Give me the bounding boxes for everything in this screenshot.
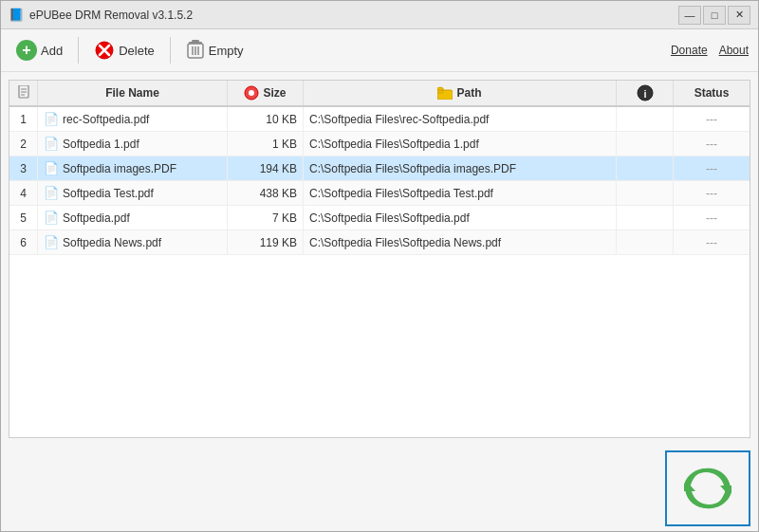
col-header-path: Path	[304, 81, 617, 105]
bottom-bar	[1, 446, 758, 531]
title-bar: 📘 ePUBee DRM Removal v3.1.5.2 — □ ✕	[1, 1, 758, 29]
close-button[interactable]: ✕	[728, 6, 750, 25]
donate-link[interactable]: Donate	[671, 44, 708, 57]
main-window: 📘 ePUBee DRM Removal v3.1.5.2 — □ ✕ + Ad…	[0, 0, 759, 532]
cell-info	[617, 181, 674, 205]
cell-filename: 📄Softpedia images.PDF	[38, 156, 228, 180]
app-icon: 📘	[9, 8, 24, 23]
content-area: File Name Size Path i Status 1 📄rec-Soft…	[1, 72, 758, 446]
minimize-button[interactable]: —	[678, 6, 701, 25]
cell-num: 3	[9, 156, 38, 180]
cell-info	[617, 156, 674, 180]
cell-size: 10 KB	[228, 107, 304, 131]
cell-path: C:\Softpedia Files\Softpedia Test.pdf	[304, 181, 617, 205]
cell-status: ---	[674, 206, 750, 229]
empty-icon	[186, 40, 205, 61]
toolbar-divider-2	[170, 37, 171, 64]
cell-info	[617, 230, 674, 254]
table-body: 1 📄rec-Softpedia.pdf 10 KB C:\Softpedia …	[9, 107, 750, 437]
cell-status: ---	[674, 132, 750, 156]
add-icon: +	[16, 40, 37, 61]
cell-status: ---	[674, 156, 750, 180]
cell-status: ---	[674, 181, 750, 205]
cell-filename: 📄Softpedia News.pdf	[38, 230, 228, 254]
cell-size: 7 KB	[228, 206, 304, 229]
cell-path: C:\Softpedia Files\Softpedia images.PDF	[304, 156, 617, 180]
title-bar-left: 📘 ePUBee DRM Removal v3.1.5.2	[9, 8, 193, 23]
empty-label: Empty	[209, 44, 244, 58]
convert-icon	[684, 465, 731, 512]
toolbar-links: Donate About	[671, 44, 749, 57]
col-header-status: Status	[674, 81, 750, 105]
svg-text:i: i	[643, 88, 646, 100]
table-header: File Name Size Path i Status	[9, 81, 750, 107]
cell-num: 2	[9, 132, 38, 156]
cell-size: 194 KB	[228, 156, 304, 180]
cell-info	[617, 132, 674, 156]
col-header-filename: File Name	[38, 81, 228, 105]
file-table: File Name Size Path i Status 1 📄rec-Soft…	[9, 80, 750, 438]
table-row[interactable]: 6 📄Softpedia News.pdf 119 KB C:\Softpedi…	[9, 230, 750, 255]
table-row[interactable]: 5 📄Softpedia.pdf 7 KB C:\Softpedia Files…	[9, 206, 750, 230]
cell-path: C:\Softpedia Files\Softpedia.pdf	[304, 206, 617, 229]
convert-button[interactable]	[665, 450, 750, 526]
svg-point-14	[249, 90, 254, 96]
about-link[interactable]: About	[719, 44, 749, 57]
cell-filename: 📄rec-Softpedia.pdf	[38, 107, 228, 131]
table-row[interactable]: 2 📄Softpedia 1.pdf 1 KB C:\Softpedia Fil…	[9, 132, 750, 156]
cell-size: 1 KB	[228, 132, 304, 156]
cell-num: 6	[9, 230, 38, 254]
delete-button[interactable]: Delete	[86, 36, 162, 64]
add-label: Add	[41, 44, 63, 58]
delete-icon	[94, 40, 115, 61]
toolbar-divider-1	[78, 37, 79, 64]
cell-status: ---	[674, 107, 750, 131]
cell-num: 5	[9, 206, 38, 229]
cell-path: C:\Softpedia Files\Softpedia News.pdf	[304, 230, 617, 254]
cell-num: 4	[9, 181, 38, 205]
cell-path: C:\Softpedia Files\rec-Softpedia.pdf	[304, 107, 617, 131]
cell-size: 438 KB	[228, 181, 304, 205]
add-button[interactable]: + Add	[9, 36, 70, 64]
col-header-num	[9, 81, 38, 105]
svg-rect-4	[192, 40, 199, 42]
table-row[interactable]: 3 📄Softpedia images.PDF 194 KB C:\Softpe…	[9, 156, 750, 181]
cell-status: ---	[674, 230, 750, 254]
cell-info	[617, 107, 674, 131]
window-controls: — □ ✕	[678, 6, 750, 25]
table-row[interactable]: 1 📄rec-Softpedia.pdf 10 KB C:\Softpedia …	[9, 107, 750, 132]
cell-size: 119 KB	[228, 230, 304, 254]
delete-label: Delete	[119, 44, 155, 58]
maximize-button[interactable]: □	[703, 6, 726, 25]
window-title: ePUBee DRM Removal v3.1.5.2	[29, 9, 193, 22]
cell-num: 1	[9, 107, 38, 131]
cell-filename: 📄Softpedia.pdf	[38, 206, 228, 229]
cell-info	[617, 206, 674, 229]
cell-path: C:\Softpedia Files\Softpedia 1.pdf	[304, 132, 617, 156]
col-header-size: Size	[228, 81, 304, 105]
table-row[interactable]: 4 📄Softpedia Test.pdf 438 KB C:\Softpedi…	[9, 181, 750, 206]
col-header-info: i	[617, 81, 674, 105]
cell-filename: 📄Softpedia 1.pdf	[38, 132, 228, 156]
empty-button[interactable]: Empty	[178, 36, 251, 64]
cell-filename: 📄Softpedia Test.pdf	[38, 181, 228, 205]
toolbar: + Add Delete	[1, 29, 758, 72]
